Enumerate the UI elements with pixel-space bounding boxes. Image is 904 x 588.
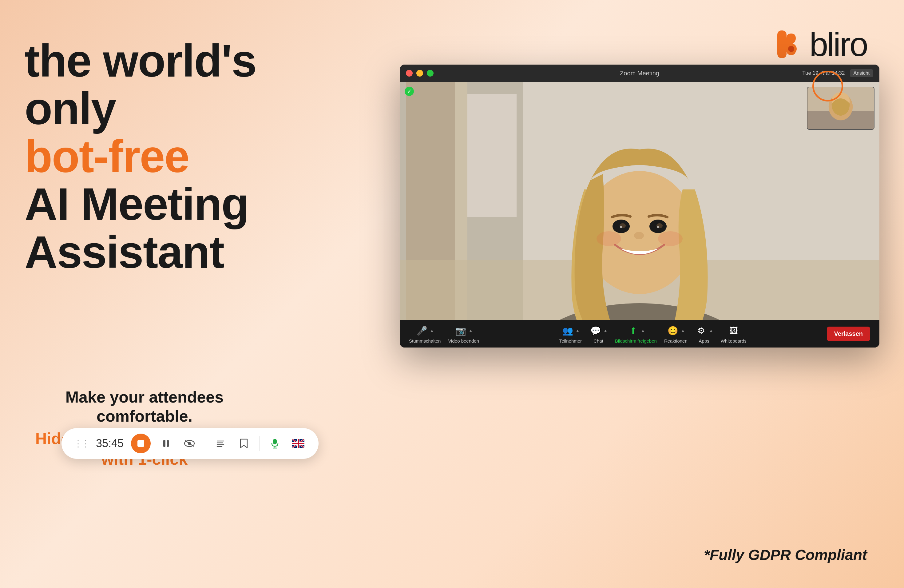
headline-line3: AI Meeting: [25, 179, 248, 229]
logo-text: bliro: [809, 25, 867, 64]
notes-button[interactable]: [212, 435, 228, 452]
participants-icon: 👥: [561, 324, 574, 337]
headline-line2: bot-free: [25, 133, 301, 180]
svg-rect-6: [467, 94, 517, 217]
microphone-icon: 🎤: [416, 324, 428, 337]
toolbar-left-group: 🎤 ▲ Stummschalten 📷 ▲ Video beenden: [409, 324, 479, 343]
hide-button[interactable]: [182, 435, 198, 452]
whiteboards-icon: 🖼: [727, 324, 740, 337]
status-dot: ✓: [405, 87, 414, 96]
screen-share-label: Bildschirm freigeben: [615, 338, 657, 343]
uk-flag-icon: [292, 439, 304, 448]
leave-button[interactable]: Verlassen: [827, 327, 870, 341]
zoom-titlebar: Zoom Meeting Tue 19. Mar 14:32 Ansicht: [400, 65, 879, 82]
bliro-control-bar: ⋮⋮ 35:45: [62, 428, 319, 459]
bar-divider-2: [259, 436, 259, 451]
toolbar-right-group: Verlassen: [827, 327, 870, 341]
headline: the world's only bot-free AI Meeting Ass…: [25, 37, 301, 276]
stop-button[interactable]: [131, 434, 151, 453]
hide-icon: [184, 440, 194, 447]
video-button[interactable]: 📷 ▲ Video beenden: [448, 324, 479, 343]
notes-icon: [216, 439, 225, 448]
apps-label: Apps: [699, 338, 710, 343]
svg-rect-25: [167, 440, 169, 447]
close-button[interactable]: [406, 70, 412, 77]
recording-timer: 35:45: [96, 437, 123, 450]
reactions-label: Reaktionen: [664, 338, 687, 343]
video-label: Video beenden: [448, 338, 479, 343]
headline-line1: the world's only: [25, 35, 256, 134]
mic-icon: [270, 438, 279, 449]
pause-icon: [161, 439, 171, 448]
ansicht-button[interactable]: Ansicht: [850, 69, 873, 77]
svg-point-18: [596, 231, 621, 246]
reactions-button[interactable]: 😊 ▲ Reaktionen: [664, 324, 687, 343]
svg-line-28: [185, 441, 193, 446]
language-button[interactable]: [290, 435, 306, 452]
zoom-toolbar: 🎤 ▲ Stummschalten 📷 ▲ Video beenden 👥 ▲: [400, 320, 879, 348]
apps-icon: ⚙: [695, 324, 708, 337]
bookmark-button[interactable]: [236, 435, 252, 452]
zoom-window: Zoom Meeting Tue 19. Mar 14:32 Ansicht: [400, 65, 879, 348]
apps-button[interactable]: ⚙ ▲ Apps: [695, 324, 713, 343]
mic-button[interactable]: [267, 435, 283, 452]
mute-button[interactable]: 🎤 ▲ Stummschalten: [409, 324, 441, 343]
bar-divider-1: [205, 436, 205, 451]
traffic-lights: [406, 70, 433, 77]
bliro-highlight-circle: [812, 71, 843, 101]
screen-share-icon: ⬆: [627, 324, 640, 337]
screen-share-button[interactable]: ⬆ ▲ Bildschirm freigeben: [615, 324, 657, 343]
svg-rect-33: [273, 439, 277, 444]
chat-label: Chat: [593, 338, 603, 343]
participants-button[interactable]: 👥 ▲ Teilnehmer: [559, 324, 582, 343]
toolbar-center-group: 👥 ▲ Teilnehmer 💬 ▲ Chat ⬆ ▲ Bildschir: [559, 324, 747, 343]
minimize-button[interactable]: [416, 70, 423, 77]
svg-point-15: [620, 226, 622, 228]
logo-area: bliro: [774, 25, 867, 64]
chat-icon: 💬: [589, 324, 602, 337]
drag-handle-icon: ⋮⋮: [74, 439, 89, 449]
headline-line4: Assistant: [25, 227, 224, 277]
reactions-icon: 😊: [667, 324, 680, 337]
svg-point-1: [788, 46, 794, 52]
pause-button[interactable]: [158, 435, 174, 452]
svg-rect-24: [163, 440, 166, 447]
subtitle-main: Make your attendees comfortable.: [25, 387, 264, 426]
left-content: the world's only bot-free AI Meeting Ass…: [25, 37, 301, 276]
maximize-button[interactable]: [427, 70, 433, 77]
svg-point-19: [658, 231, 683, 246]
whiteboards-label: Whiteboards: [721, 338, 747, 343]
video-icon: 📷: [454, 324, 467, 337]
stop-icon: [137, 440, 144, 447]
mute-label: Stummschalten: [409, 338, 441, 343]
zoom-main-video: ✓: [400, 82, 879, 320]
svg-point-17: [634, 232, 644, 239]
svg-point-16: [657, 226, 659, 228]
chat-button[interactable]: 💬 ▲ Chat: [589, 324, 608, 343]
participants-label: Teilnehmer: [559, 338, 582, 343]
bookmark-icon: [240, 439, 248, 448]
whiteboards-button[interactable]: 🖼 Whiteboards: [721, 324, 747, 343]
zoom-title: Zoom Meeting: [620, 70, 659, 77]
gdpr-text: *Fully GDPR Compliant: [704, 547, 867, 563]
bliro-logo-icon: [774, 29, 802, 60]
